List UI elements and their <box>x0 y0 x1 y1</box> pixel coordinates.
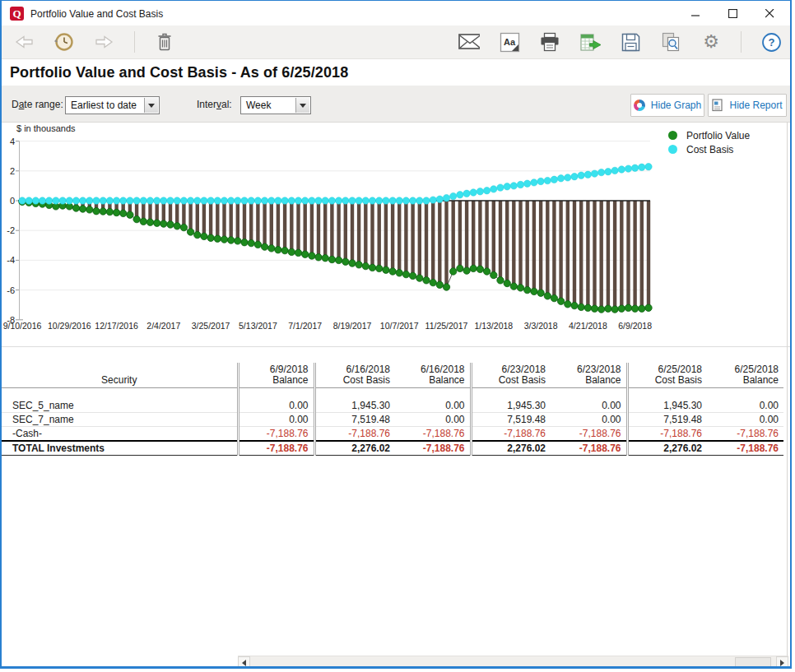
save-icon[interactable] <box>620 31 641 53</box>
scroll-left-button[interactable] <box>238 656 250 669</box>
interval-dropdown-arrow[interactable] <box>295 98 309 113</box>
window-title: Portfolio Value and Cost Basis <box>30 8 163 20</box>
value-cell: 0.00 <box>395 412 471 426</box>
security-cell: SEC_7_name <box>2 412 238 426</box>
svg-text:11/25/2017: 11/25/2017 <box>425 321 468 331</box>
svg-text:2/4/2017: 2/4/2017 <box>146 321 180 331</box>
interval-select[interactable]: Week <box>240 96 311 114</box>
print-icon[interactable] <box>539 31 560 53</box>
column-header: 6/16/2018Balance <box>395 363 471 388</box>
value-cell: -7,188.76 <box>238 441 314 456</box>
help-icon[interactable]: ? <box>760 31 782 53</box>
toolbar-separator <box>134 31 135 53</box>
value-cell: -7,188.76 <box>627 426 707 441</box>
settings-icon[interactable]: ⚙ <box>700 31 722 53</box>
interval-value: Week <box>246 100 271 111</box>
column-header: 6/9/2018Balance <box>238 363 314 388</box>
svg-text:7/1/2017: 7/1/2017 <box>288 321 322 331</box>
minimize-button[interactable] <box>677 1 714 25</box>
value-cell: 1,945.30 <box>314 399 395 413</box>
value-cell: -7,188.76 <box>707 441 783 456</box>
controls-bar: Date range: Earliest to date Interval: W… <box>2 86 790 123</box>
value-cell: 0.00 <box>707 399 783 413</box>
history-icon[interactable] <box>53 31 75 53</box>
font-sample-text: Aa <box>504 37 516 47</box>
svg-text:9/10/2016: 9/10/2016 <box>3 321 42 331</box>
value-cell: 0.00 <box>238 399 314 413</box>
value-cell: -7,188.76 <box>395 426 471 441</box>
security-cell: TOTAL Investments <box>2 441 238 456</box>
report-row[interactable]: -Cash--7,188.76-7,188.76-7,188.76-7,188.… <box>2 426 783 441</box>
app-window: Q Portfolio Value and Cost Basis <box>0 0 792 669</box>
security-column-header: Security <box>2 363 238 388</box>
report-row[interactable]: SEC_5_name0.001,945.300.001,945.300.001,… <box>2 399 783 413</box>
report-row[interactable]: SEC_7_name0.007,519.480.007,519.480.007,… <box>2 412 783 426</box>
toolbar: Aa <box>2 25 790 59</box>
svg-text:4/21/2018: 4/21/2018 <box>569 321 607 331</box>
export-icon[interactable] <box>579 31 601 53</box>
report-icon <box>712 99 723 112</box>
header-row: Security6/9/2018Balance6/16/2018Cost Bas… <box>2 363 783 388</box>
print-preview-icon[interactable] <box>660 31 681 53</box>
svg-text:-4: -4 <box>7 255 15 265</box>
font-icon[interactable]: Aa <box>499 31 520 53</box>
column-header: 6/25/2018Balance <box>707 363 783 388</box>
value-cell: -7,188.76 <box>395 441 471 456</box>
svg-text:10/29/2016: 10/29/2016 <box>48 321 91 331</box>
chart-legend: Portfolio Value Cost Basis <box>668 128 750 156</box>
svg-text:1/13/2018: 1/13/2018 <box>474 321 513 331</box>
svg-text:12/17/2016: 12/17/2016 <box>95 321 138 331</box>
value-cell: 1,945.30 <box>471 399 551 413</box>
email-icon[interactable] <box>458 31 480 53</box>
column-header: 6/23/2018Cost Basis <box>471 363 551 388</box>
value-cell: -7,188.76 <box>551 441 627 456</box>
maximize-button[interactable] <box>714 1 751 25</box>
value-cell: 0.00 <box>707 412 783 426</box>
column-header: 6/23/2018Balance <box>551 363 627 388</box>
security-cell: -Cash- <box>2 426 238 441</box>
svg-text:-6: -6 <box>7 285 15 295</box>
spacer-row <box>2 388 783 399</box>
column-header: 6/25/2018Cost Basis <box>627 363 707 388</box>
svg-text:3/25/2017: 3/25/2017 <box>192 321 230 331</box>
date-range-value: Earliest to date <box>71 100 137 111</box>
svg-text:3/3/2018: 3/3/2018 <box>524 321 558 331</box>
report-total-row[interactable]: TOTAL Investments-7,188.762,276.02-7,188… <box>2 441 783 456</box>
hide-report-button[interactable]: Hide Report <box>708 94 787 117</box>
toolbar-separator <box>741 31 742 53</box>
cost-basis-dots <box>19 164 652 205</box>
date-range-label: Date range: <box>12 99 63 110</box>
value-cell: 0.00 <box>238 412 314 426</box>
date-range-dropdown-arrow[interactable] <box>144 98 158 113</box>
portfolio-value-dots <box>19 198 652 313</box>
back-icon[interactable] <box>13 31 35 53</box>
legend-item-portfolio-value: Portfolio Value <box>668 128 750 142</box>
scroll-right-button[interactable] <box>776 656 788 669</box>
cost-basis-dot-icon <box>668 145 677 154</box>
horizontal-scrollbar[interactable] <box>238 656 788 668</box>
svg-text:2: 2 <box>10 166 15 176</box>
value-cell: -7,188.76 <box>238 426 314 441</box>
value-cell: 1,945.30 <box>627 399 707 413</box>
svg-text:6/9/2018: 6/9/2018 <box>618 321 652 331</box>
forward-icon[interactable] <box>94 31 115 53</box>
interval-label: Interval: <box>197 99 232 110</box>
value-cell: 7,519.48 <box>314 412 395 426</box>
svg-text:?: ? <box>768 36 774 49</box>
date-range-select[interactable]: Earliest to date <box>65 96 160 114</box>
delete-icon[interactable] <box>154 31 175 53</box>
quicken-logo-icon: Q <box>10 7 24 21</box>
close-button[interactable] <box>751 1 788 25</box>
value-cell: -7,188.76 <box>314 426 395 441</box>
value-cell: 0.00 <box>551 412 627 426</box>
title-bar: Q Portfolio Value and Cost Basis <box>2 1 790 25</box>
report-table: Security6/9/2018Balance6/16/2018Cost Bas… <box>2 363 783 456</box>
section-divider <box>2 346 790 347</box>
value-cell: 7,519.48 <box>471 412 551 426</box>
graph-icon <box>634 100 645 111</box>
value-cell: -7,188.76 <box>707 426 783 441</box>
value-cell: 0.00 <box>395 399 471 413</box>
hide-graph-button[interactable]: Hide Graph <box>630 94 704 117</box>
scrollbar-thumb[interactable] <box>735 657 771 668</box>
value-cell: 2,276.02 <box>627 441 707 456</box>
